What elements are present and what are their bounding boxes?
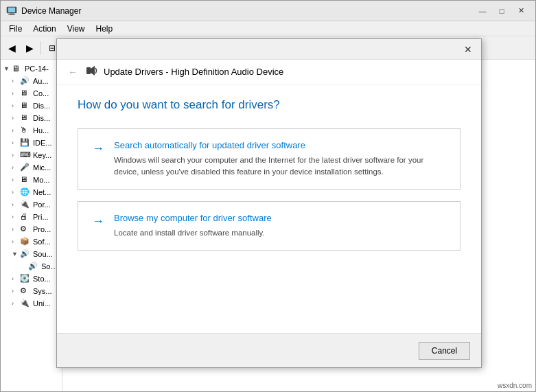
cancel-button[interactable]: Cancel [419,342,470,360]
icon-audio: 🔊 [20,76,31,86]
chevron-hum: › [12,127,20,134]
svg-rect-2 [10,13,14,14]
toolbar-forward[interactable]: ▶ [21,40,38,56]
icon-com: 🖥 [20,89,31,98]
label-ide: IDE... [33,139,52,147]
label-uni: Uni... [33,299,51,308]
icon-dis2: 🖥 [20,113,31,123]
chevron-key: › [12,152,20,159]
chevron-por: › [12,201,20,208]
tree-item-key[interactable]: › ⌨ Key... [1,149,62,161]
dialog-question: How do you want to search for drivers? [78,98,461,112]
icon-computer: 🖥 [12,64,23,73]
option-search-automatically[interactable]: → Search automatically for updated drive… [78,128,461,190]
label-sou: Sou... [33,250,53,258]
tree-item-mic[interactable]: › 🎤 Mic... [1,161,62,174]
tree-item-audio[interactable]: › 🔊 Au... [1,75,62,87]
tree-item-sto[interactable]: › 💽 Sto... [1,273,62,285]
label-dis2: Dis... [33,114,50,122]
dialog-title-bar: ✕ [57,39,481,60]
tree-item-sou[interactable]: ▼ 🔊 Sou... [1,248,62,260]
tree-item-ide[interactable]: › 💾 IDE... [1,137,62,149]
tree-item-com[interactable]: › 🖥 Co... [1,87,62,100]
option-2-desc: Locate and install driver software manua… [114,229,265,237]
label-sto: Sto... [33,275,51,283]
option-2-content: Browse my computer for driver software L… [114,213,446,239]
icon-sys: ⚙ [20,286,31,296]
chevron-com: › [12,90,20,97]
label-sys: Sys... [33,287,52,295]
dialog-footer: Cancel [57,333,481,367]
icon-ide: 💾 [20,138,31,148]
menu-help[interactable]: Help [91,23,119,35]
chevron-audio: › [12,78,20,84]
label-pri: Pri... [33,213,49,221]
close-button[interactable]: ✕ [512,4,530,18]
tree-item-uni[interactable]: › 🔌 Uni... [1,297,62,310]
dialog-close-button[interactable]: ✕ [461,42,476,57]
icon-pri: 🖨 [20,212,31,222]
label-sof: Sof... [33,238,51,246]
tree-item-dis1[interactable]: › 🖥 Dis... [1,100,62,112]
icon-hum: 🖱 [20,126,31,135]
chevron-dis1: › [12,102,20,109]
tree-item-sys[interactable]: › ⚙ Sys... [1,285,62,297]
icon-sto: 💽 [20,274,31,284]
toolbar-sep-1 [40,41,41,55]
dialog-nav-title: Update Drivers - High Definition Audio D… [104,67,283,77]
tree-item-sou-child[interactable]: 🔊 Sou... [1,260,62,273]
option-2-arrow: → [92,214,104,229]
chevron-sou: ▼ [12,251,20,257]
tree-item-mon[interactable]: › 🖥 Mo... [1,174,62,186]
tree-item-dis2[interactable]: › 🖥 Dis... [1,112,62,124]
icon-mon: 🖥 [20,175,31,185]
menu-file[interactable]: File [3,23,27,35]
chevron-sof: › [12,238,20,245]
icon-key: ⌨ [20,150,31,160]
menu-action[interactable]: Action [27,23,61,35]
icon-sof: 📦 [20,237,31,246]
option-1-arrow: → [92,141,104,156]
menu-view[interactable]: View [62,23,91,35]
label-audio: Au... [33,77,49,85]
speaker-icon [86,65,98,80]
label-key: Key... [33,151,51,159]
dialog-back-button[interactable]: ← [65,65,80,80]
label-net: Net... [33,188,51,196]
label-mic: Mic... [33,163,51,172]
tree-item-por[interactable]: › 🔌 Por... [1,198,62,211]
update-drivers-dialog: ✕ ← Update Drivers - High Definition Aud… [56,38,482,368]
label-root: PC-14- [25,65,49,73]
option-1-title: Search automatically for updated driver … [114,140,446,150]
tree-item-pri[interactable]: › 🖨 Pri... [1,211,62,223]
chevron-dis2: › [12,115,20,122]
icon-sou: 🔊 [20,249,31,259]
chevron-ide: › [12,139,20,146]
label-pro: Pro... [33,225,51,233]
icon-por: 🔌 [20,200,31,209]
toolbar-back[interactable]: ◀ [3,40,20,56]
tree-item-hum[interactable]: › 🖱 Hu... [1,124,62,137]
maximize-button[interactable]: □ [493,4,511,18]
tree-item-net[interactable]: › 🌐 Net... [1,186,62,198]
tree-item-root[interactable]: ▼ 🖥 PC-14- [1,62,62,75]
minimize-button[interactable]: — [474,4,491,18]
icon-pro: ⚙ [20,224,31,234]
label-hum: Hu... [33,126,49,135]
menu-bar: File Action View Help [1,21,535,36]
dialog-body: How do you want to search for drivers? →… [57,84,481,333]
dialog-nav: ← Update Drivers - High Definition Audio… [57,60,481,84]
icon-sou-child: 🔊 [28,262,39,271]
chevron-mic: › [12,164,20,171]
option-2-title: Browse my computer for driver software [114,213,446,223]
tree-item-sof[interactable]: › 📦 Sof... [1,235,62,248]
label-por: Por... [33,200,51,209]
window-controls: — □ ✕ [474,4,530,18]
app-icon [6,5,17,16]
svg-rect-10 [86,67,91,74]
tree-item-pro[interactable]: › ⚙ Pro... [1,223,62,235]
option-browse-manually[interactable]: → Browse my computer for driver software… [78,201,461,251]
chevron-mon: › [12,176,20,183]
option-1-desc: Windows will search your computer and th… [114,156,423,176]
chevron-net: › [12,189,20,196]
